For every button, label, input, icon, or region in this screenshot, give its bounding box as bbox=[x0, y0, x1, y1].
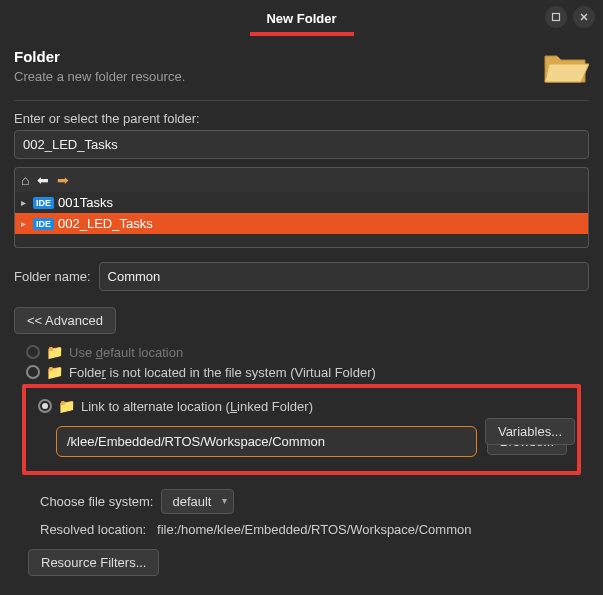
ide-badge: IDE bbox=[33, 218, 54, 230]
folder-link-icon: 📁 bbox=[58, 398, 75, 414]
folder-open-icon bbox=[541, 46, 589, 86]
window-controls bbox=[545, 6, 595, 28]
option-label: Link to alternate location (Linked Folde… bbox=[81, 399, 313, 414]
ide-badge: IDE bbox=[33, 197, 54, 209]
choose-filesystem-label: Choose file system: bbox=[40, 494, 153, 509]
parent-folder-label: Enter or select the parent folder: bbox=[14, 111, 589, 126]
tree-toolbar: ⌂ ⬅ ➡ bbox=[14, 167, 589, 192]
radio-icon bbox=[38, 399, 52, 413]
tree-item-label: 002_LED_Tasks bbox=[58, 216, 153, 231]
option-label: Folder is not located in the file system… bbox=[69, 365, 376, 380]
chevron-right-icon: ▸ bbox=[21, 218, 29, 229]
resolved-location-value: file:/home/klee/Embedded/RTOS/Workspace/… bbox=[157, 522, 471, 537]
resolved-location-label: Resolved location: bbox=[40, 522, 146, 537]
tree-item-label: 001Tasks bbox=[58, 195, 113, 210]
tree-row[interactable]: ▸ IDE 001Tasks bbox=[15, 192, 588, 213]
folder-icon: 📁 bbox=[46, 344, 63, 360]
option-label: Use default location bbox=[69, 345, 183, 360]
linked-path-input[interactable]: /klee/Embedded/RTOS/Workspace/Common bbox=[56, 426, 477, 457]
title-highlight bbox=[250, 32, 354, 36]
home-icon[interactable]: ⌂ bbox=[21, 172, 29, 188]
page-subtitle: Create a new folder resource. bbox=[14, 69, 185, 84]
virtual-folder-option[interactable]: 📁 Folder is not located in the file syst… bbox=[14, 362, 589, 382]
select-value: default bbox=[172, 494, 211, 509]
resource-filters-button[interactable]: Resource Filters... bbox=[28, 549, 159, 576]
svg-rect-0 bbox=[553, 14, 560, 21]
page-title: Folder bbox=[14, 48, 185, 65]
chevron-right-icon: ▸ bbox=[21, 197, 29, 208]
folder-icon: 📁 bbox=[46, 364, 63, 380]
radio-icon bbox=[26, 365, 40, 379]
use-default-location-option[interactable]: 📁 Use default location bbox=[14, 342, 589, 362]
advanced-toggle-button[interactable]: << Advanced bbox=[14, 307, 116, 334]
chevron-down-icon: ▾ bbox=[222, 495, 227, 506]
forward-icon[interactable]: ➡ bbox=[57, 172, 69, 188]
linked-folder-option[interactable]: 📁 Link to alternate location (Linked Fol… bbox=[36, 396, 567, 416]
filesystem-select[interactable]: default ▾ bbox=[161, 489, 234, 514]
window-restore-button[interactable] bbox=[545, 6, 567, 28]
variables-button[interactable]: Variables... bbox=[485, 418, 575, 445]
window-close-button[interactable] bbox=[573, 6, 595, 28]
folder-name-input[interactable] bbox=[99, 262, 589, 291]
window-title: New Folder bbox=[266, 11, 336, 26]
folder-name-label: Folder name: bbox=[14, 269, 91, 284]
title-bar: New Folder bbox=[0, 0, 603, 36]
parent-folder-input[interactable] bbox=[14, 130, 589, 159]
back-icon[interactable]: ⬅ bbox=[37, 172, 49, 188]
radio-icon bbox=[26, 345, 40, 359]
tree-row[interactable]: ▸ IDE 002_LED_Tasks bbox=[15, 213, 588, 234]
project-tree[interactable]: ▸ IDE 001Tasks ▸ IDE 002_LED_Tasks bbox=[14, 192, 589, 248]
